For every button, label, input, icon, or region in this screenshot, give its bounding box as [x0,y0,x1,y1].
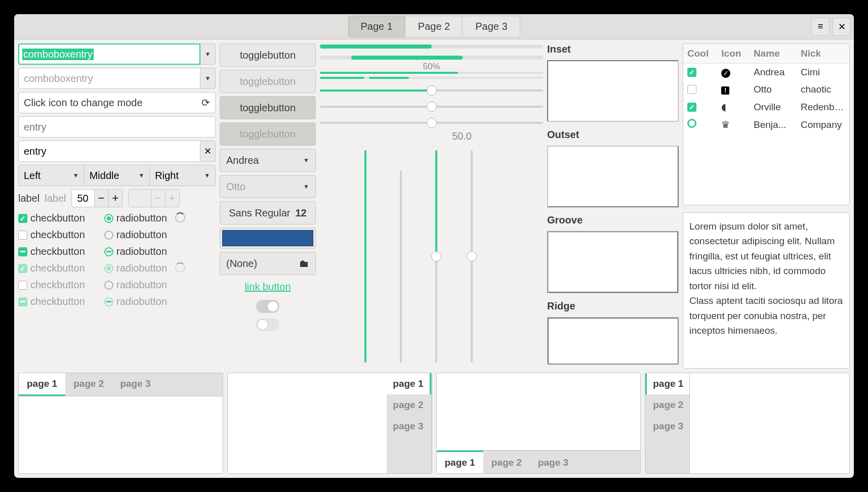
checkbutton-off[interactable]: checkbutton [18,229,104,241]
notebook-tab[interactable]: page 1 [19,373,65,396]
frames-column: Inset Outset Groove Ridge [547,43,679,369]
scale-vertical-1[interactable] [360,150,370,363]
scale-horizontal-3[interactable] [320,117,543,127]
scale-vertical-2[interactable] [396,170,406,363]
column-cool[interactable]: Cool [683,44,717,64]
notebook-tab[interactable]: page 3 [530,451,576,473]
spin-minus-disabled: − [151,189,166,207]
notebook-tabs-left: page 1 page 2 page 3 [645,373,850,474]
checkbutton-disabled-on: ✓checkbutton [18,262,104,274]
radiobutton-disabled-mixed: radiobutton [104,296,175,307]
combobox-andrea[interactable]: Andrea▼ [220,149,316,172]
notebook-tab[interactable]: page 2 [387,394,431,416]
spin-value[interactable] [71,189,95,207]
color-swatch-inner [222,230,313,246]
font-button[interactable]: Sans Regular12 [220,201,316,225]
togglebutton-4-active-disabled: togglebutton [220,122,316,146]
scale-horizontal-2[interactable] [320,101,543,111]
radiobutton-disabled-on: radiobutton [104,262,175,274]
spin-plus[interactable]: + [109,189,123,207]
table-row[interactable]: ♛ Benja...Company [683,116,849,133]
notebook-tab[interactable]: page 1 [645,373,689,394]
switch-on[interactable] [256,300,279,313]
frame-label-ridge: Ridge [547,300,679,312]
row-icon: ♛ [717,116,750,133]
notebook-tab[interactable]: page 1 [437,451,483,473]
file-chooser-button[interactable]: (None)🖿 [220,252,316,275]
close-icon: ✕ [204,146,212,156]
table-row[interactable]: ✓ ◖ OrvilleRedenba... [683,98,849,116]
switch-off-disabled [256,318,279,331]
check-ring-icon[interactable] [687,119,696,128]
check-icon[interactable] [687,85,696,94]
check-icon[interactable]: ✓ [687,103,696,112]
treeview[interactable]: Cool Icon Name Nick ✓ ✓ AndreaCimi [683,43,850,205]
checkbutton-on[interactable]: ✓checkbutton [18,212,104,224]
hamburger-icon: ≡ [818,21,823,32]
frame-label-inset: Inset [547,43,679,55]
combo-right[interactable]: Right▼ [150,165,216,186]
notebook-tab[interactable]: page 2 [65,373,112,396]
progressbar-4 [320,77,543,79]
link-button[interactable]: link button [220,278,316,296]
textview[interactable]: Lorem ipsum dolor sit amet, consectetur … [683,212,850,369]
frame-groove [547,231,679,293]
radiobutton-mixed[interactable]: radiobutton [104,246,175,257]
table-row[interactable]: ✓ ✓ AndreaCimi [683,64,849,81]
entry-clear-button[interactable]: ✕ [200,141,216,162]
comboboxentry-disabled[interactable] [18,68,200,89]
togglebutton-1[interactable]: togglebutton [220,43,316,67]
notebook-tab[interactable]: page 1 [387,373,431,394]
mode-entry[interactable]: Click icon to change mode ⟳ [18,92,216,113]
checkbutton-mixed[interactable]: checkbutton [18,246,104,257]
column-name[interactable]: Name [750,44,797,64]
radiobutton-on[interactable]: radiobutton [104,212,175,224]
radiobutton-off[interactable]: radiobutton [104,229,175,241]
radiobutton-disabled-off: radiobutton [104,279,175,291]
tab-page-2[interactable]: Page 2 [405,16,463,37]
treeview-column: Cool Icon Name Nick ✓ ✓ AndreaCimi [683,43,850,369]
progressbar-text: 50% [320,62,543,72]
color-button[interactable] [220,228,316,249]
notebook-tab[interactable]: page 2 [483,451,530,473]
table-row[interactable]: ! Ottochaotic [683,81,849,98]
spinner-icon [175,212,185,222]
row-icon: ◖ [717,98,750,116]
linked-combo: Left▼ Middle▼ Right▼ [18,165,216,186]
frame-inset [547,60,679,122]
entry-placeholder[interactable] [18,116,216,138]
frame-outset [547,146,679,207]
combo-left[interactable]: Left▼ [18,165,85,186]
close-button[interactable]: ✕ [833,18,851,36]
column-icon[interactable]: Icon [717,44,750,64]
scale-vertical-4[interactable] [467,150,477,363]
scale-vertical-3[interactable] [431,150,441,363]
tab-page-1[interactable]: Page 1 [348,16,405,37]
notebook-tab[interactable]: page 3 [112,373,158,396]
togglebutton-3-active[interactable]: togglebutton [220,96,316,119]
notebook-tab[interactable]: page 2 [645,394,689,416]
refresh-icon[interactable]: ⟳ [201,97,210,109]
column-nick[interactable]: Nick [797,44,849,64]
check-icon[interactable]: ✓ [687,68,696,77]
hamburger-menu-button[interactable]: ≡ [811,18,830,36]
spin-minus[interactable]: − [95,189,109,207]
notebook-tab[interactable]: page 3 [645,416,689,437]
comboboxentry-dropdown[interactable]: ▼ [200,43,216,65]
notebook-tab[interactable]: page 3 [387,416,431,437]
combobox-otto-disabled: Otto▼ [220,175,316,198]
buttons-column: togglebutton togglebutton togglebutton t… [220,43,316,369]
scale-horizontal-1[interactable] [320,85,543,95]
entry-value[interactable] [18,141,200,162]
comboboxentry-disabled-dropdown[interactable]: ▼ [200,68,216,89]
entries-column: comboboxentry ▼ ▼ Click icon to change m… [18,43,216,369]
togglebutton-2: togglebutton [220,70,316,93]
combo-middle[interactable]: Middle▼ [85,165,150,186]
progressbar-1 [320,44,543,49]
comboboxentry-focused[interactable]: comboboxentry [18,43,200,65]
tab-page-3[interactable]: Page 3 [463,16,520,37]
close-icon: ✕ [838,21,846,32]
notebook-tabs-right: page 1 page 2 page 3 [227,373,432,474]
frame-label-outset: Outset [547,129,679,141]
chevron-down-icon: ▼ [138,172,144,179]
